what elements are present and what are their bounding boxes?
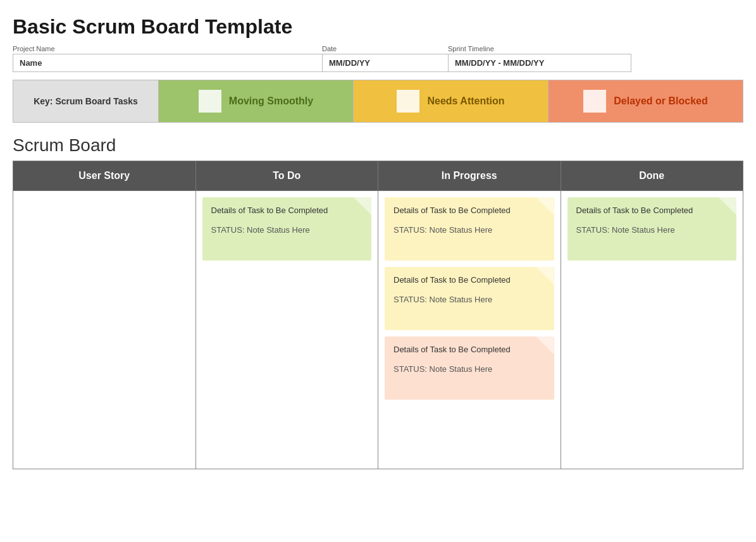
task-detail: Details of Task to Be Completed [393, 205, 545, 216]
task-detail: Details of Task to Be Completed [211, 205, 363, 216]
task-detail: Details of Task to Be Completed [576, 205, 728, 216]
project-name-label: Project Name [13, 45, 323, 52]
scrum-board-table: User Story To Do In Progress Done Detail… [13, 161, 743, 469]
sprint-value[interactable]: MM/DD/YY - MM/DD/YY [448, 54, 631, 72]
done-cell: Details of Task to Be CompletedSTATUS: N… [561, 191, 743, 469]
table-row: Details of Task to Be CompletedSTATUS: N… [13, 191, 743, 469]
legend-needs-attention: Needs Attention [354, 80, 548, 122]
date-value[interactable]: MM/DD/YY [322, 54, 449, 72]
needs-attention-label: Needs Attention [427, 95, 504, 107]
legend-moving-smoothly: Moving Smoothly [159, 80, 354, 122]
moving-smoothly-label: Moving Smoothly [229, 95, 313, 107]
delayed-blocked-label: Delayed or Blocked [614, 95, 708, 107]
task-status: STATUS: Note Status Here [576, 225, 728, 235]
page-title: Basic Scrum Board Template [13, 15, 743, 39]
legend-key-label: Key: Scrum Board Tasks [13, 80, 159, 122]
section-heading: Scrum Board [13, 135, 743, 156]
task-status: STATUS: Note Status Here [211, 225, 363, 235]
legend: Key: Scrum Board Tasks Moving Smoothly N… [13, 80, 743, 123]
legend-delayed-blocked: Delayed or Blocked [548, 80, 743, 122]
sprint-label: Sprint Timeline [448, 45, 631, 52]
col-header-done: Done [561, 161, 743, 191]
col-header-todo: To Do [195, 161, 378, 191]
task-status: STATUS: Note Status Here [393, 295, 545, 304]
task-card[interactable]: Details of Task to Be CompletedSTATUS: N… [385, 197, 554, 261]
task-card[interactable]: Details of Task to Be CompletedSTATUS: N… [202, 197, 372, 261]
project-name-value[interactable]: Name [13, 54, 323, 72]
inprogress-cell: Details of Task to Be CompletedSTATUS: N… [378, 191, 561, 469]
col-header-inprogress: In Progress [378, 161, 561, 191]
task-status: STATUS: Note Status Here [393, 364, 545, 374]
task-detail: Details of Task to Be Completed [393, 344, 545, 355]
task-card[interactable]: Details of Task to Be CompletedSTATUS: N… [385, 336, 554, 400]
user-story-cell[interactable] [13, 191, 196, 469]
project-info: Project Name Name Date MM/DD/YY Sprint T… [13, 45, 743, 72]
task-status: STATUS: Note Status Here [393, 225, 545, 235]
col-header-user-story: User Story [13, 161, 196, 191]
todo-cell: Details of Task to Be CompletedSTATUS: N… [195, 191, 378, 469]
needs-attention-swatch [397, 90, 419, 113]
date-label: Date [322, 45, 449, 52]
moving-smoothly-swatch [199, 90, 221, 113]
task-card[interactable]: Details of Task to Be CompletedSTATUS: N… [385, 267, 554, 330]
task-card[interactable]: Details of Task to Be CompletedSTATUS: N… [567, 197, 737, 261]
task-detail: Details of Task to Be Completed [393, 274, 545, 286]
delayed-blocked-swatch [583, 90, 606, 113]
